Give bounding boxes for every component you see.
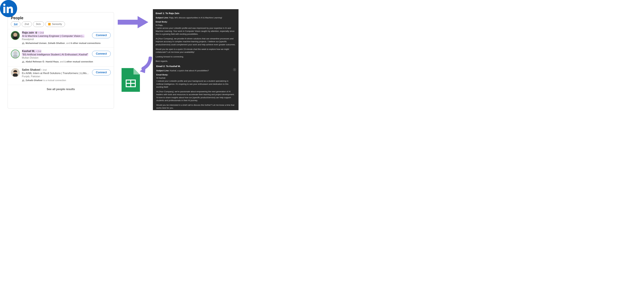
filter-seniority-label: Seniority: [52, 23, 62, 26]
verified-shield-icon: [35, 31, 38, 34]
svg-rect-9: [118, 20, 139, 25]
filter-second-degree[interactable]: 2nd: [22, 22, 32, 27]
person-location: Rawalpindi: [22, 38, 111, 41]
body-label: Email Body:: [156, 73, 236, 76]
svg-rect-2: [13, 37, 18, 40]
person-name[interactable]: Kashaf M.: [22, 50, 35, 53]
linkedin-logo-icon: [0, 0, 17, 17]
email-paragraph: Would you be open to a quick 15-minute c…: [156, 48, 236, 54]
connection-degree: • 2nd: [41, 69, 46, 71]
arrow-right-icon: [118, 15, 148, 31]
person-row[interactable]: Raja zain • 2nd AI & Machine Learning En…: [8, 29, 114, 48]
subject-label: Subject Line:: [156, 17, 169, 19]
svg-marker-13: [134, 68, 140, 75]
avatar[interactable]: [11, 31, 20, 40]
people-icon: [22, 60, 24, 64]
email-paragraph: Looking forward to connecting.: [156, 55, 236, 58]
emails-panel: Email 1: To Raja Zain Subject Line: Raja…: [153, 9, 238, 110]
subject-text: Raja, let's discuss opportunities in AI …: [169, 17, 222, 19]
people-icon: [22, 42, 24, 46]
email-paragraph: I came across your LinkedIn profile and …: [156, 27, 236, 36]
email-paragraph: I noticed your LinkedIn profile and your…: [156, 80, 236, 89]
connect-button[interactable]: Connect: [92, 51, 111, 57]
person-headline: "BS Artificial Intelligence Student | AI…: [22, 53, 88, 56]
person-location: Punjab, Pakistan: [22, 75, 111, 78]
section-title: People: [8, 14, 114, 22]
connect-button[interactable]: Connect: [92, 32, 111, 38]
email-paragraph: Would you be interested in a brief call …: [156, 104, 236, 110]
person-row[interactable]: Kashaf M. • 2nd "BS Artificial Intellige…: [8, 48, 114, 66]
arrow-curved-icon: [139, 57, 152, 74]
google-sheets-icon: [122, 68, 140, 92]
people-results-card: People 1st 2nd 3rd+ Seniority Raja zain …: [8, 12, 114, 109]
email-greeting: Hi Raja,: [156, 24, 236, 27]
person-name[interactable]: Salim Shakeel: [22, 68, 40, 72]
email-heading: Email 2: To Kashaf M.: [156, 65, 236, 68]
filter-third-plus[interactable]: 3rd+: [33, 22, 44, 27]
email-heading: Email 1: To Raja Zain: [156, 12, 236, 15]
svg-rect-8: [13, 73, 18, 77]
filter-chips-row: 1st 2nd 3rd+ Seniority: [8, 22, 114, 29]
filter-first-degree[interactable]: 1st: [11, 22, 20, 27]
body-label: Email Body:: [156, 20, 236, 24]
person-row[interactable]: Salim Shakeel • 2nd Ex AI/ML Intern at R…: [8, 66, 114, 85]
svg-rect-5: [13, 55, 18, 58]
person-location: Multan Division: [22, 57, 111, 59]
person-headline: AI & Machine Learning Engineer | Compute…: [22, 35, 84, 38]
mutual-connections: Abdul Rehman ✪, Hamid Raza, and 1 other …: [22, 60, 111, 64]
connect-button[interactable]: Connect: [92, 70, 111, 75]
scroll-down-icon[interactable]: ↓: [233, 68, 236, 71]
premium-icon: [48, 23, 50, 25]
email-paragraph: At [Your Company], we provide AI-driven …: [156, 37, 236, 46]
filter-seniority[interactable]: Seniority: [45, 22, 65, 27]
svg-marker-10: [138, 16, 148, 28]
people-icon: [22, 79, 24, 83]
email-signoff: Best regards,: [156, 60, 236, 63]
avatar[interactable]: [11, 68, 20, 77]
see-all-people-link[interactable]: See all people results: [8, 85, 114, 94]
email-paragraph: At [Your Company], we're passionate abou…: [156, 90, 236, 102]
subject-text: Kashaf, a quick chat about AI possibilit…: [170, 70, 209, 72]
star-badge-icon: ✪: [42, 60, 44, 63]
email-greeting: Hi Kashaf,: [156, 77, 236, 80]
connection-degree: • 2nd: [36, 50, 41, 53]
mutual-connections: Zohaib Ghafoor is a mutual connection: [22, 79, 111, 83]
subject-label: Subject Line:: [156, 70, 169, 72]
connection-degree: • 2nd: [38, 31, 44, 34]
svg-point-1: [13, 33, 17, 37]
person-name[interactable]: Raja zain: [22, 31, 34, 34]
mutual-connections: Muhammad Usman, Zohaib Ghafoor, and 6 ot…: [22, 42, 111, 46]
avatar[interactable]: [11, 50, 20, 59]
